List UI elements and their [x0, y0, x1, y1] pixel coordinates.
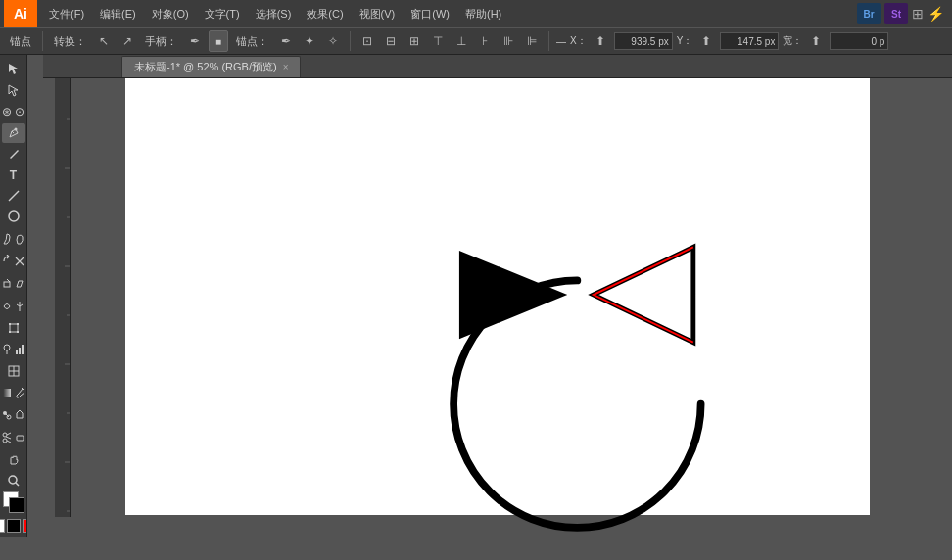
hand-tool[interactable] — [2, 449, 25, 469]
direct-selection-tool[interactable] — [2, 79, 25, 99]
selection-tool[interactable] — [2, 59, 25, 78]
svg-rect-6 — [9, 323, 11, 325]
align-right-icon[interactable]: ⊞ — [405, 31, 424, 51]
color-area — [0, 491, 27, 533]
extras-icon[interactable]: ⚡ — [928, 6, 944, 22]
divider3 — [548, 31, 549, 51]
align-left-icon[interactable]: ⊡ — [357, 31, 377, 51]
y-input[interactable] — [720, 32, 779, 50]
width-up-icon[interactable]: ⬆ — [806, 31, 826, 51]
menu-effect[interactable]: 效果(C) — [299, 0, 351, 27]
menu-edit[interactable]: 编辑(E) — [92, 0, 144, 27]
gradient-tool[interactable] — [1, 382, 13, 403]
svg-rect-14 — [22, 345, 24, 354]
background-color[interactable] — [9, 497, 24, 513]
paintbrush-tool[interactable] — [1, 228, 13, 250]
magic-wand-tool[interactable]: ⊛ — [1, 101, 13, 122]
anchor-add-icon[interactable]: ✦ — [300, 31, 319, 51]
tab-close-button[interactable]: × — [283, 62, 289, 72]
width-label: 宽： — [783, 34, 802, 48]
rotate-tool[interactable] — [1, 251, 13, 272]
anchor-pen-icon[interactable]: ✒ — [276, 31, 296, 51]
align-middle-icon[interactable]: ⊥ — [452, 31, 471, 51]
y-up-icon[interactable]: ⬆ — [696, 31, 716, 51]
svg-rect-5 — [10, 324, 18, 332]
svg-rect-13 — [19, 348, 21, 354]
column-graph-tool[interactable] — [14, 339, 25, 360]
svg-line-25 — [7, 441, 11, 443]
tab-title: 未标题-1* @ 52% (RGB/预览) — [134, 60, 277, 74]
lasso-tool[interactable]: ⊙ — [14, 101, 25, 122]
width-input[interactable] — [830, 32, 888, 50]
x-up-icon[interactable]: ⬆ — [591, 31, 610, 51]
svg-rect-8 — [9, 331, 11, 333]
handle-square-btn[interactable]: ■ — [209, 30, 228, 52]
blend-tool[interactable] — [1, 404, 13, 426]
handle-label: 手柄： — [141, 34, 181, 49]
svg-point-22 — [3, 433, 7, 437]
convert-smooth-icon[interactable]: ↗ — [118, 31, 137, 51]
svg-point-10 — [4, 345, 10, 350]
ellipse-tool[interactable] — [2, 207, 25, 226]
handle-icon1[interactable]: ✒ — [185, 31, 205, 51]
warp-tool[interactable] — [1, 296, 13, 317]
eyedropper-tool[interactable] — [14, 382, 25, 403]
menu-right-icons: Br St ⊞ ⚡ — [857, 3, 948, 24]
menu-select[interactable]: 选择(S) — [248, 0, 300, 27]
svg-line-1 — [9, 191, 19, 201]
align-bottom-icon[interactable]: ⊦ — [475, 31, 495, 51]
divider2 — [350, 31, 351, 51]
line-tool[interactable] — [2, 186, 25, 206]
mesh-tool[interactable] — [2, 361, 25, 381]
anchor-label: 锚点 — [6, 34, 35, 49]
scissors-tool[interactable] — [1, 427, 13, 448]
menu-file[interactable]: 文件(F) — [41, 0, 92, 27]
convert-corner-icon[interactable]: ↖ — [94, 31, 114, 51]
svg-line-24 — [7, 433, 11, 435]
type-tool[interactable]: T — [2, 164, 25, 184]
svg-point-0 — [14, 127, 17, 130]
dist-horiz-icon[interactable]: ⊪ — [499, 31, 518, 51]
artboard — [125, 65, 870, 515]
blob-brush-tool[interactable] — [14, 228, 25, 250]
x-input[interactable] — [614, 32, 673, 50]
document-tab[interactable]: 未标题-1* @ 52% (RGB/预览) × — [121, 56, 301, 77]
x-coord-label: — — [556, 36, 566, 47]
ruler-left — [55, 70, 71, 517]
shear-tool[interactable] — [14, 273, 25, 295]
align-top-icon[interactable]: ⊤ — [428, 31, 448, 51]
workspace-grid-icon[interactable]: ⊞ — [912, 6, 924, 22]
live-paint-bucket-tool[interactable] — [14, 404, 25, 426]
free-transform-tool[interactable] — [2, 318, 25, 338]
svg-rect-7 — [17, 323, 19, 325]
svg-rect-12 — [16, 350, 18, 354]
align-center-icon[interactable]: ⊟ — [381, 31, 401, 51]
svg-line-26 — [6, 437, 11, 439]
canvas-area[interactable]: 0 100 200 300 400 500 600 700 800 900 — [27, 55, 952, 537]
svg-point-23 — [3, 439, 7, 443]
pencil-tool[interactable] — [2, 144, 25, 163]
convert-label: 转换： — [50, 34, 90, 49]
y-label: Y： — [677, 34, 693, 48]
pen-tool[interactable] — [2, 123, 25, 143]
symbol-sprayer-tool[interactable] — [1, 339, 13, 360]
menu-object[interactable]: 对象(O) — [144, 0, 197, 27]
menu-view[interactable]: 视图(V) — [352, 0, 404, 27]
width-tool[interactable] — [14, 296, 25, 317]
anchor-remove-icon[interactable]: ✧ — [323, 31, 343, 51]
scale-tool[interactable] — [1, 273, 13, 295]
color-none-box[interactable] — [0, 519, 5, 533]
zoom-tool[interactable] — [2, 471, 25, 490]
menu-text[interactable]: 文字(T) — [197, 0, 248, 27]
reflect-tool[interactable] — [14, 251, 25, 272]
ai-logo: Ai — [4, 0, 37, 27]
color-stroke-box[interactable] — [7, 519, 21, 533]
eraser-tool[interactable] — [14, 427, 25, 448]
stock-icon[interactable]: St — [884, 3, 908, 24]
anchor2-label: 锚点： — [232, 34, 272, 49]
menu-help[interactable]: 帮助(H) — [457, 0, 509, 27]
menu-window[interactable]: 窗口(W) — [403, 0, 457, 27]
bridge-icon[interactable]: Br — [857, 3, 881, 24]
dist-vert-icon[interactable]: ⊫ — [522, 31, 542, 51]
left-toolbar: ⊛ ⊙ T — [0, 55, 27, 537]
